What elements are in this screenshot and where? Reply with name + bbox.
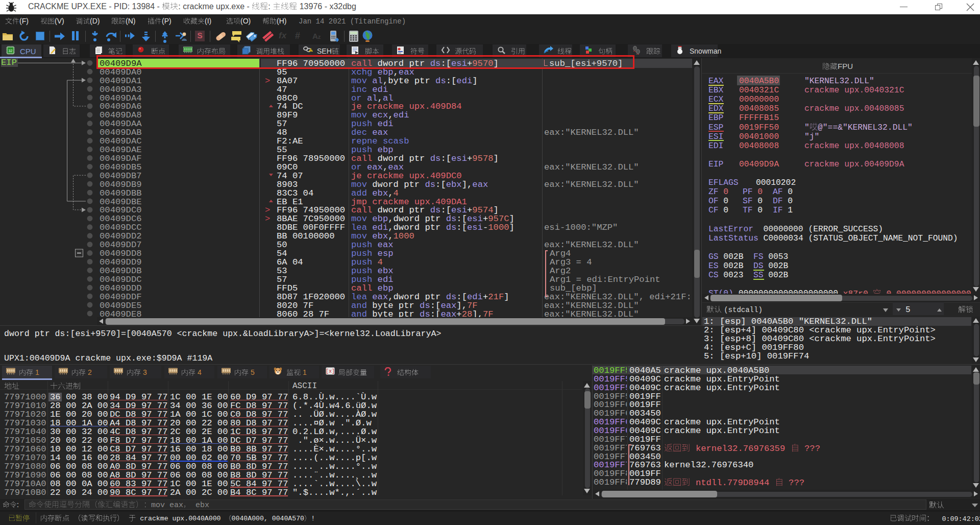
svg-text:[x]: [x] [326, 369, 335, 374]
svg-text:!: ! [310, 49, 311, 52]
svg-text:32: 32 [9, 49, 13, 53]
